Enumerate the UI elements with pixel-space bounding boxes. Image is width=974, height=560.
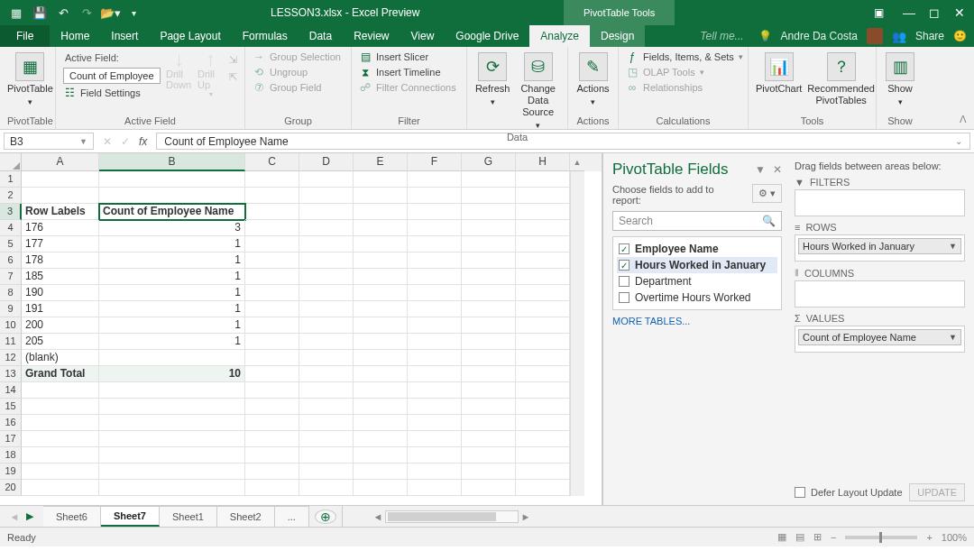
- row-header[interactable]: 19: [0, 464, 22, 480]
- col-header-d[interactable]: D: [299, 153, 354, 171]
- cell[interactable]: [516, 415, 570, 431]
- vertical-scrollbar[interactable]: [570, 464, 584, 480]
- cell[interactable]: [299, 252, 354, 269]
- cell[interactable]: [408, 188, 462, 204]
- cell[interactable]: 185: [22, 269, 99, 285]
- tab-google-drive[interactable]: Google Drive: [445, 25, 529, 47]
- cell[interactable]: [462, 269, 516, 285]
- pivotchart-button[interactable]: 📊PivotChart: [756, 50, 802, 95]
- cell[interactable]: [299, 334, 354, 350]
- cell[interactable]: [99, 415, 245, 431]
- cell[interactable]: [299, 382, 354, 399]
- cell[interactable]: [462, 236, 516, 252]
- cell[interactable]: [516, 382, 570, 399]
- row-header[interactable]: 7: [0, 269, 22, 285]
- cell[interactable]: Row Labels▾: [22, 204, 99, 220]
- cell[interactable]: [299, 431, 354, 447]
- row-header[interactable]: 16: [0, 415, 22, 431]
- maximize-icon[interactable]: ◻: [923, 2, 945, 23]
- vertical-scrollbar[interactable]: [570, 399, 584, 415]
- cell[interactable]: [408, 366, 462, 382]
- cell[interactable]: [299, 317, 354, 334]
- new-sheet-button[interactable]: ⊕: [315, 510, 336, 524]
- cell[interactable]: [462, 285, 516, 301]
- cell[interactable]: [354, 382, 408, 399]
- page-layout-view-icon[interactable]: ▤: [795, 531, 804, 543]
- tab-formulas[interactable]: Formulas: [232, 25, 299, 47]
- pane-close-icon[interactable]: ✕: [773, 163, 782, 176]
- cell[interactable]: Grand Total: [22, 366, 99, 382]
- checkbox-icon[interactable]: ✓: [619, 243, 629, 254]
- row-header[interactable]: 13: [0, 366, 22, 382]
- cell[interactable]: [299, 171, 354, 188]
- group-field-button[interactable]: ⑦Group Field: [253, 81, 341, 94]
- cell[interactable]: [462, 447, 516, 464]
- cell[interactable]: [22, 399, 99, 415]
- cell[interactable]: [299, 269, 354, 285]
- vertical-scrollbar[interactable]: [570, 350, 584, 366]
- col-header-e[interactable]: E: [354, 153, 408, 171]
- cell[interactable]: [354, 399, 408, 415]
- cell[interactable]: [245, 236, 299, 252]
- filter-connections-button[interactable]: ☍Filter Connections: [359, 81, 456, 94]
- recommended-pivottables-button[interactable]: ？Recommended PivotTables: [807, 50, 875, 106]
- cell[interactable]: [354, 171, 408, 188]
- drill-down-button[interactable]: ↓Drill Down: [166, 50, 192, 90]
- vertical-scrollbar[interactable]: [570, 431, 584, 447]
- cell[interactable]: 190: [22, 285, 99, 301]
- cell[interactable]: 200: [22, 317, 99, 334]
- field-settings-button[interactable]: ☷Field Settings: [63, 87, 161, 99]
- cell[interactable]: [408, 269, 462, 285]
- cell[interactable]: [462, 415, 516, 431]
- cell[interactable]: [245, 480, 299, 496]
- open-icon[interactable]: 📂▾: [99, 2, 121, 23]
- cell[interactable]: [354, 188, 408, 204]
- vertical-scrollbar[interactable]: [570, 269, 584, 285]
- vertical-scrollbar[interactable]: [570, 285, 584, 301]
- cell[interactable]: [408, 317, 462, 334]
- vertical-scrollbar[interactable]: [570, 301, 584, 317]
- normal-view-icon[interactable]: ▦: [777, 531, 786, 543]
- sheet-nav-prev-icon[interactable]: ◄: [10, 511, 20, 522]
- more-tables-link[interactable]: MORE TABLES...: [612, 316, 782, 326]
- cell[interactable]: [299, 366, 354, 382]
- ribbon-display-options-icon[interactable]: ▣: [869, 6, 887, 19]
- vertical-scrollbar[interactable]: [570, 204, 584, 220]
- sheet-tab-sheet6[interactable]: Sheet6: [43, 506, 101, 527]
- cell[interactable]: [299, 350, 354, 366]
- col-header-c[interactable]: C: [245, 153, 299, 171]
- cell[interactable]: [408, 350, 462, 366]
- cell[interactable]: 1: [99, 285, 245, 301]
- cell[interactable]: [516, 204, 570, 220]
- cell[interactable]: [299, 301, 354, 317]
- account-avatar[interactable]: [867, 28, 883, 44]
- values-item[interactable]: Count of Employee Name▼: [798, 329, 961, 345]
- cell[interactable]: [99, 350, 245, 366]
- cell[interactable]: [245, 171, 299, 188]
- cell[interactable]: [354, 334, 408, 350]
- cell[interactable]: [516, 447, 570, 464]
- feedback-icon[interactable]: 🙂: [953, 30, 967, 42]
- vertical-scrollbar[interactable]: [570, 188, 584, 204]
- cell[interactable]: [354, 236, 408, 252]
- rows-item[interactable]: Hours Worked in January▼: [798, 238, 961, 254]
- cell[interactable]: [462, 480, 516, 496]
- rows-drop-area[interactable]: Hours Worked in January▼: [795, 234, 965, 262]
- zoom-out-icon[interactable]: −: [831, 532, 836, 543]
- cell[interactable]: [408, 285, 462, 301]
- col-header-g[interactable]: G: [462, 153, 516, 171]
- cell[interactable]: [22, 464, 99, 480]
- field-item[interactable]: Department: [617, 273, 777, 289]
- tab-review[interactable]: Review: [343, 25, 400, 47]
- cell[interactable]: [462, 171, 516, 188]
- row-header[interactable]: 18: [0, 447, 22, 464]
- show-button[interactable]: ▥Show▾: [884, 50, 916, 108]
- vertical-scrollbar[interactable]: [570, 171, 584, 188]
- vertical-scrollbar[interactable]: [570, 382, 584, 399]
- cell[interactable]: [516, 399, 570, 415]
- cell[interactable]: [354, 415, 408, 431]
- ungroup-button[interactable]: ⟲Ungroup: [253, 66, 341, 78]
- cell[interactable]: [354, 285, 408, 301]
- chevron-down-icon[interactable]: ▼: [949, 242, 957, 251]
- cell[interactable]: [408, 220, 462, 236]
